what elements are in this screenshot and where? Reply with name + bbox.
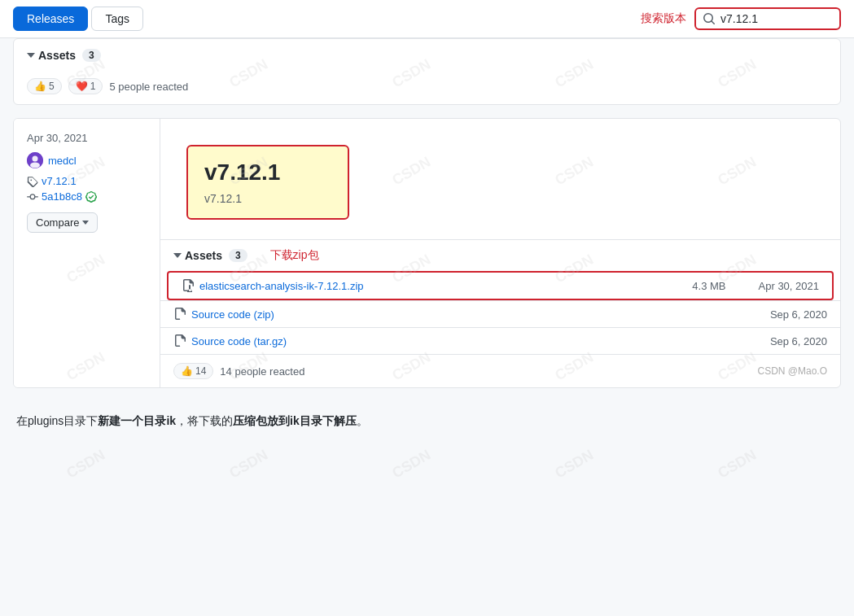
- thumbs-up-icon: 👍: [34, 81, 46, 92]
- search-label: 搜索版本: [641, 11, 686, 26]
- zip-file-icon: [182, 279, 195, 292]
- release-card: Apr 30, 2021 medcl v7.12.: [13, 118, 841, 388]
- search-input[interactable]: [720, 12, 818, 25]
- people-reacted-text: 5 people reacted: [109, 81, 188, 93]
- release-main: v7.12.1 v7.12.1 Assets 3 下载zip包: [160, 119, 840, 387]
- heart-icon: ❤️: [76, 81, 88, 92]
- compare-button[interactable]: Compare: [27, 212, 98, 233]
- asset-row-wrapper-1: elasticsearch-analysis-ik-7.12.1.zip 4.3…: [160, 271, 840, 300]
- asset-name-1: elasticsearch-analysis-ik-7.12.1.zip: [199, 280, 364, 292]
- tags-tab[interactable]: Tags: [91, 7, 143, 31]
- assets-title-row: Assets 3 下载zip包: [160, 240, 840, 271]
- version-box: v7.12.1 v7.12.1: [186, 145, 349, 220]
- releases-tab[interactable]: Releases: [13, 7, 88, 31]
- assets-section-label: Assets: [185, 249, 222, 262]
- bottom-note: 在plugins目录下新建一个目录ik，将下载的压缩包放到ik目录下解压。: [13, 401, 841, 442]
- release-reactions: 👍 14 14 people reacted CSDN @Mao.O: [160, 354, 840, 387]
- asset-row-3: Source code (tar.gz) Sep 6, 2020: [160, 327, 840, 354]
- compare-label: Compare: [36, 216, 79, 229]
- source-file-icon-2: [173, 308, 186, 321]
- release-assets-count: 3: [229, 249, 247, 262]
- tag-icon: [27, 176, 38, 187]
- asset-date-3: Sep 6, 2020: [770, 335, 827, 347]
- asset-link-1[interactable]: elasticsearch-analysis-ik-7.12.1.zip: [182, 279, 692, 292]
- assets-count-badge: 3: [82, 49, 101, 62]
- tag-info: v7.12.1: [27, 175, 147, 187]
- triangle-down-icon: [173, 253, 182, 258]
- search-box: [694, 7, 841, 30]
- asset-link-3[interactable]: Source code (tar.gz): [173, 334, 770, 347]
- csdn-credit: CSDN @Mao.O: [757, 365, 827, 377]
- top-assets-card: Assets 3 👍 5 ❤️ 1 5 people reacted: [13, 38, 841, 105]
- version-subtitle: v7.12.1: [204, 192, 331, 205]
- author-name[interactable]: medcl: [48, 155, 77, 167]
- release-sidebar: Apr 30, 2021 medcl v7.12.: [14, 119, 160, 387]
- release-people-reacted: 14 people reacted: [220, 365, 304, 378]
- version-section: v7.12.1 v7.12.1: [160, 119, 840, 233]
- asset-date-2: Sep 6, 2020: [770, 308, 827, 321]
- compare-chevron-icon: [82, 221, 89, 225]
- top-reaction-bar: 👍 5 ❤️ 1 5 people reacted: [14, 72, 840, 104]
- asset-size-1: 4.3 MB: [692, 280, 725, 292]
- tag-value[interactable]: v7.12.1: [42, 175, 77, 187]
- bold-text-1: 新建一个目录ik: [98, 414, 176, 427]
- asset-row-2: Source code (zip) Sep 6, 2020: [160, 300, 840, 327]
- content-area: Assets 3 👍 5 ❤️ 1 5 people reacted Apr: [0, 38, 854, 442]
- svg-point-2: [30, 163, 40, 168]
- asset-row-1: elasticsearch-analysis-ik-7.12.1.zip 4.3…: [167, 271, 834, 300]
- top-assets-header: Assets 3: [14, 39, 840, 72]
- asset-link-2[interactable]: Source code (zip): [173, 308, 770, 321]
- heart-count: 1: [90, 81, 96, 92]
- search-icon: [703, 12, 716, 25]
- commit-icon: [27, 191, 38, 203]
- tab-group: Releases Tags: [13, 7, 143, 31]
- asset-name-3: Source code (tar.gz): [191, 335, 287, 347]
- avatar: [27, 152, 43, 168]
- thumbs-up-count: 5: [49, 81, 55, 92]
- release-thumbs-icon: 👍: [181, 365, 193, 377]
- release-author: medcl: [27, 152, 147, 168]
- triangle-icon: [27, 53, 35, 58]
- release-date: Apr 30, 2021: [27, 132, 147, 144]
- commit-info: 5a1b8c8: [27, 190, 147, 203]
- release-thumbs-badge[interactable]: 👍 14: [173, 363, 213, 379]
- svg-point-1: [33, 156, 38, 162]
- bold-text-2: 压缩包放到ik目录下解压: [233, 414, 357, 427]
- search-area: 搜索版本: [641, 7, 841, 30]
- version-title: v7.12.1: [204, 159, 331, 186]
- assets-collapse-icon[interactable]: Assets: [173, 249, 222, 262]
- top-bar: Releases Tags 搜索版本: [0, 0, 854, 38]
- heart-badge[interactable]: ❤️ 1: [68, 78, 103, 94]
- assets-section: Assets 3 下载zip包: [160, 239, 840, 387]
- release-thumbs-count: 14: [195, 365, 206, 377]
- assets-toggle[interactable]: Assets: [27, 49, 76, 62]
- verified-icon: [85, 191, 97, 203]
- thumbs-up-badge[interactable]: 👍 5: [27, 78, 62, 94]
- assets-label: Assets: [38, 49, 76, 62]
- download-label: 下载zip包: [270, 248, 319, 263]
- asset-date-1: Apr 30, 2021: [759, 280, 819, 292]
- commit-hash[interactable]: 5a1b8c8: [42, 190, 82, 203]
- asset-name-2: Source code (zip): [191, 308, 274, 321]
- source-file-icon-3: [173, 334, 186, 347]
